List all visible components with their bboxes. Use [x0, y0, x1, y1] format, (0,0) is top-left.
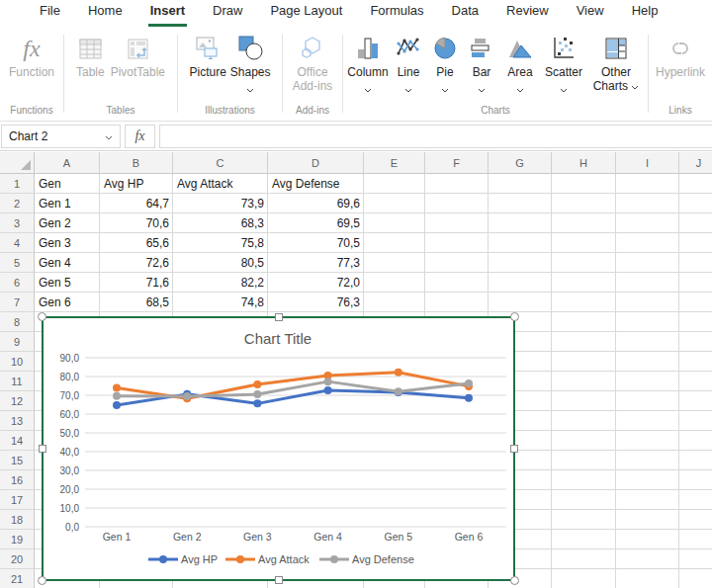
pivottable-button[interactable]: PivotTable	[111, 32, 165, 79]
formula-input[interactable]	[159, 125, 712, 148]
cell-A1[interactable]: Gen	[35, 174, 100, 194]
column-header-H[interactable]: H	[552, 152, 616, 174]
cell-B6[interactable]: 71,6	[100, 273, 173, 293]
select-all-button[interactable]	[0, 152, 35, 174]
hyperlink-button[interactable]: Hyperlink	[656, 32, 705, 79]
cell-D6[interactable]: 72,0	[268, 273, 364, 293]
cell-B2[interactable]: 64,7	[100, 194, 173, 213]
column-header-B[interactable]: B	[100, 152, 173, 174]
shapes-button[interactable]: Shapes	[230, 32, 271, 87]
tab-review[interactable]: Review	[504, 0, 551, 27]
table-button[interactable]: Table	[76, 32, 105, 79]
pivottable-icon	[125, 32, 151, 65]
row-header-3[interactable]: 3	[0, 213, 35, 233]
cell-D3[interactable]: 69,5	[268, 213, 364, 233]
bar-chart-button[interactable]: Bar	[464, 32, 499, 87]
tab-insert[interactable]: Insert	[148, 0, 187, 27]
tab-home[interactable]: Home	[86, 0, 125, 27]
column-header-D[interactable]: D	[268, 152, 364, 174]
cell-B1[interactable]: Avg HP	[100, 174, 173, 194]
chevron-down-icon[interactable]	[105, 129, 113, 143]
cell-B3[interactable]: 70,6	[100, 213, 173, 233]
tab-formulas[interactable]: Formulas	[368, 0, 425, 27]
cell-B7[interactable]: 68,5	[100, 293, 173, 312]
picture-button[interactable]: Picture	[189, 32, 225, 79]
name-box[interactable]: Chart 2	[1, 125, 121, 148]
row-header-19[interactable]: 19	[0, 530, 35, 549]
cell-D5[interactable]: 77,3	[268, 253, 364, 273]
other-charts-button[interactable]: Other Charts	[588, 32, 644, 93]
chart-resize-handle-top-right[interactable]	[510, 312, 519, 321]
cell-C3[interactable]: 68,3	[173, 213, 268, 233]
cell-D7[interactable]: 76,3	[268, 293, 364, 312]
row-header-16[interactable]: 16	[0, 470, 35, 490]
row-header-10[interactable]: 10	[0, 352, 35, 372]
tab-data[interactable]: Data	[450, 0, 481, 27]
cell-C4[interactable]: 75,8	[173, 233, 268, 253]
row-header-6[interactable]: 6	[0, 273, 35, 293]
chart-resize-handle-top[interactable]	[275, 313, 283, 321]
chart-resize-handle-left[interactable]	[39, 445, 46, 453]
function-button[interactable]: fx Function	[9, 32, 54, 79]
row-header-12[interactable]: 12	[0, 391, 35, 411]
row-header-8[interactable]: 8	[0, 312, 35, 332]
column-header-A[interactable]: A	[35, 152, 100, 174]
insert-function-button[interactable]: fx	[125, 125, 155, 148]
chevron-down-icon	[516, 82, 524, 87]
column-header-G[interactable]: G	[489, 152, 552, 174]
cell-C1[interactable]: Avg Attack	[173, 174, 268, 194]
chart-resize-handle-bottom-left[interactable]	[38, 576, 46, 585]
area-chart-button[interactable]: Area	[501, 32, 539, 87]
column-header-C[interactable]: C	[173, 152, 268, 174]
row-header-14[interactable]: 14	[0, 431, 35, 451]
tab-view[interactable]: View	[575, 0, 606, 27]
cell-D1[interactable]: Avg Defense	[268, 174, 364, 194]
cell-A7[interactable]: Gen 6	[35, 293, 100, 312]
row-header-4[interactable]: 4	[0, 233, 35, 253]
column-header-I[interactable]: I	[616, 152, 679, 174]
tab-page-layout[interactable]: Page Layout	[268, 0, 344, 27]
tab-draw[interactable]: Draw	[211, 0, 244, 27]
cell-A3[interactable]: Gen 2	[35, 213, 100, 233]
column-chart-button[interactable]: Column	[347, 32, 389, 87]
ribbon-tab-bar: File Home Insert Draw Page Layout Formul…	[0, 0, 712, 27]
cell-A5[interactable]: Gen 4	[35, 253, 100, 273]
chart-resize-handle-right[interactable]	[510, 445, 518, 453]
column-header-E[interactable]: E	[364, 152, 425, 174]
cell-A6[interactable]: Gen 5	[35, 273, 100, 293]
cell-C2[interactable]: 73,9	[173, 194, 268, 213]
office-addins-button[interactable]: Office Add-ins	[287, 32, 338, 93]
chart-resize-handle-bottom-right[interactable]	[510, 576, 519, 585]
chart-resize-handle-top-left[interactable]	[38, 312, 46, 321]
scatter-chart-button[interactable]: Scatter	[541, 32, 586, 87]
cell-A2[interactable]: Gen 1	[35, 194, 100, 213]
row-header-13[interactable]: 13	[0, 411, 35, 431]
row-header-9[interactable]: 9	[0, 332, 35, 352]
embedded-chart[interactable]: 0,010,020,030,040,050,060,070,080,090,0G…	[42, 316, 515, 581]
row-header-17[interactable]: 17	[0, 490, 35, 510]
pie-chart-button[interactable]: Pie	[428, 32, 462, 87]
cell-B5[interactable]: 72,6	[100, 253, 173, 273]
cell-C6[interactable]: 82,2	[173, 273, 268, 293]
cell-C7[interactable]: 74,8	[173, 293, 268, 312]
cell-D4[interactable]: 70,5	[268, 233, 364, 253]
row-header-7[interactable]: 7	[0, 293, 35, 312]
cell-B4[interactable]: 65,6	[100, 233, 173, 253]
row-header-15[interactable]: 15	[0, 451, 35, 470]
row-header-5[interactable]: 5	[0, 253, 35, 273]
cell-D2[interactable]: 69,6	[268, 194, 364, 213]
row-header-20[interactable]: 20	[0, 549, 35, 569]
cell-C5[interactable]: 80,5	[173, 253, 268, 273]
row-header-11[interactable]: 11	[0, 372, 35, 391]
row-header-18[interactable]: 18	[0, 510, 35, 530]
column-header-J[interactable]: J	[679, 152, 712, 174]
row-header-1[interactable]: 1	[0, 174, 35, 194]
chart-resize-handle-bottom[interactable]	[275, 576, 283, 584]
tab-help[interactable]: Help	[630, 0, 661, 27]
row-header-21[interactable]: 21	[0, 569, 35, 588]
line-chart-button[interactable]: Line	[391, 32, 426, 87]
tab-file[interactable]: File	[38, 0, 62, 27]
column-header-F[interactable]: F	[425, 152, 489, 174]
row-header-2[interactable]: 2	[0, 194, 35, 213]
cell-A4[interactable]: Gen 3	[35, 233, 100, 253]
